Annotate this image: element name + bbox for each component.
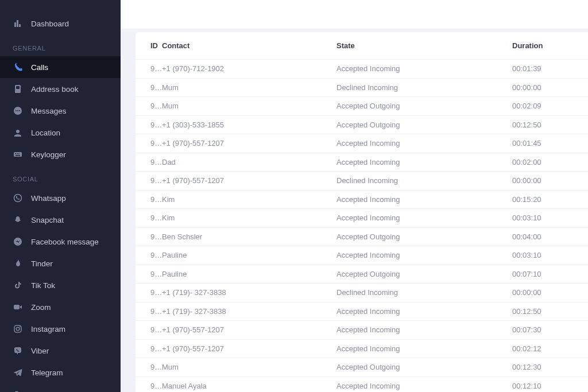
col-header-duration[interactable]: Duration <box>512 32 588 60</box>
chat-icon <box>13 106 23 116</box>
cell-state: Accepted Incoming <box>336 209 512 228</box>
table-row[interactable]: 92…MumAccepted Outgoing00:12:30 <box>136 358 588 377</box>
cell-duration: 00:02:00 <box>512 153 588 172</box>
cell-contact: Ben Schsler <box>162 227 336 246</box>
cell-id: 92… <box>136 377 162 392</box>
cell-contact: +1 (303)-533-1855 <box>162 115 336 134</box>
table-row[interactable]: 92…KimAccepted Incoming00:15:20 <box>136 190 588 209</box>
sidebar-item-keylogger[interactable]: Keylogger <box>0 143 121 165</box>
instagram-icon <box>13 324 23 334</box>
cell-contact: +1 (970)-557-1207 <box>162 321 336 340</box>
telegram-icon <box>13 367 23 378</box>
cell-duration: 00:12:50 <box>512 302 588 321</box>
calls-table: ID Contact State Duration 92…+1 (970)-71… <box>136 32 588 392</box>
cell-state: Accepted Incoming <box>336 302 512 321</box>
dashboard-icon <box>13 18 23 29</box>
cell-id: 92… <box>136 321 162 340</box>
table-row[interactable]: 92…PaulineAccepted Incoming00:03:10 <box>136 246 588 265</box>
cell-id: 92… <box>136 227 162 246</box>
sidebar-item-calls[interactable]: Calls <box>0 56 121 78</box>
sidebar-item-tiktok[interactable]: Tik Tok <box>0 274 121 296</box>
cell-duration: 00:00:00 <box>512 284 588 302</box>
col-header-id[interactable]: ID <box>136 32 162 60</box>
cell-duration: 00:07:10 <box>512 265 588 284</box>
sidebar-heading-general: GENERAL <box>0 34 121 56</box>
sidebar-item-viber[interactable]: Viber <box>0 340 121 362</box>
col-header-state[interactable]: State <box>336 32 512 60</box>
cell-id: 92… <box>136 284 162 302</box>
cell-id: 92… <box>136 302 162 321</box>
table-row[interactable]: 92…Manuel AyalaAccepted Incoming00:12:10 <box>136 377 588 392</box>
cell-state: Accepted Incoming <box>336 339 512 358</box>
sidebar-item-zoom[interactable]: Zoom <box>0 296 121 318</box>
table-row[interactable]: 92…PaulineAccepted Outgoing00:07:10 <box>136 265 588 284</box>
cell-contact: +1 (970)-712-1902 <box>162 60 336 79</box>
col-header-contact[interactable]: Contact <box>162 32 336 60</box>
sidebar-item-address-book[interactable]: Address book <box>0 78 121 100</box>
addressbook-icon <box>13 84 23 94</box>
table-row[interactable]: 92…+1 (970)-557-1207Accepted Incoming00:… <box>136 321 588 340</box>
table-row[interactable]: 92…+1 (719)- 327-3838Accepted Incoming00… <box>136 302 588 321</box>
cell-contact: Dad <box>162 153 336 172</box>
sidebar-item-location[interactable]: Location <box>0 122 121 143</box>
sidebar-item-label: Telegram <box>31 368 63 377</box>
top-bar <box>121 0 588 29</box>
table-row[interactable]: 92…KimAccepted Incoming00:03:10 <box>136 209 588 228</box>
cell-id: 92… <box>136 153 162 172</box>
cell-duration: 00:01:39 <box>512 60 588 79</box>
cell-state: Accepted Incoming <box>336 321 512 340</box>
cell-state: Accepted Incoming <box>336 246 512 265</box>
cell-id: 92… <box>136 358 162 377</box>
table-row[interactable]: 92…+1 (303)-533-1855Accepted Outgoing00:… <box>136 115 588 134</box>
table-row[interactable]: 92…Ben SchslerAccepted Outgoing00:04:00 <box>136 227 588 246</box>
cell-contact: Manuel Ayala <box>162 377 336 392</box>
table-row[interactable]: 92…+1 (970)-557-1207Accepted Incoming00:… <box>136 134 588 153</box>
cell-state: Declined Incoming <box>336 78 512 97</box>
location-icon <box>13 127 23 138</box>
table-row[interactable]: 92…DadAccepted Incoming00:02:00 <box>136 153 588 172</box>
table-row[interactable]: 92…MumDeclined Incoming00:00:00 <box>136 78 588 97</box>
table-row[interactable]: 92…+1 (970)-557-1207Accepted Incoming00:… <box>136 339 588 358</box>
sidebar-item-messages[interactable]: Messages <box>0 100 121 122</box>
cell-state: Accepted Incoming <box>336 134 512 153</box>
cell-contact: Pauline <box>162 246 336 265</box>
table-row[interactable]: 92…+1 (719)- 327-3838Declined Incoming00… <box>136 284 588 302</box>
sidebar-item-label: Tik Tok <box>31 281 55 290</box>
sidebar-item-instagram[interactable]: Instagram <box>0 318 121 340</box>
table-row[interactable]: 92…+1 (970)-712-1902Accepted Incoming00:… <box>136 60 588 79</box>
sidebar: Dashboard GENERAL Calls Address book Mes… <box>0 0 121 392</box>
cell-duration: 00:04:00 <box>512 227 588 246</box>
calls-table-card: ID Contact State Duration 92…+1 (970)-71… <box>136 32 588 392</box>
sidebar-item-label: Messages <box>31 107 67 115</box>
sidebar-item-telegram[interactable]: Telegram <box>0 362 121 383</box>
table-row[interactable]: 92…+1 (970)-557-1207Declined Incoming00:… <box>136 172 588 191</box>
cell-duration: 00:15:20 <box>512 190 588 209</box>
tiktok-icon <box>13 280 23 290</box>
table-row[interactable]: 92…MumAccepted Outgoing00:02:09 <box>136 97 588 116</box>
sidebar-item-dashboard[interactable]: Dashboard <box>0 13 121 34</box>
cell-contact: Mum <box>162 78 336 97</box>
cell-duration: 00:00:00 <box>512 78 588 97</box>
sidebar-item-label: Snapchat <box>31 216 64 224</box>
sidebar-item-tinder[interactable]: Tinder <box>0 253 121 274</box>
phone-icon <box>13 62 23 72</box>
sidebar-item-label: Calls <box>31 63 48 72</box>
cell-state: Accepted Outgoing <box>336 227 512 246</box>
cell-id: 92… <box>136 339 162 358</box>
cell-state: Accepted Incoming <box>336 377 512 392</box>
cell-state: Accepted Outgoing <box>336 358 512 377</box>
cell-state: Declined Incoming <box>336 284 512 302</box>
sidebar-item-label: Instagram <box>31 325 65 333</box>
sidebar-item-label: Viber <box>31 347 49 355</box>
tinder-icon <box>13 258 23 269</box>
sidebar-item-label: Dashboard <box>31 20 69 28</box>
cell-id: 92… <box>136 246 162 265</box>
sidebar-item-wechat[interactable]: Wechat <box>0 383 121 392</box>
sidebar-item-facebook-message[interactable]: Facebook message <box>0 231 121 253</box>
fbmessenger-icon <box>13 236 23 247</box>
cell-contact: Mum <box>162 97 336 116</box>
cell-contact: +1 (970)-557-1207 <box>162 339 336 358</box>
sidebar-item-whatsapp[interactable]: Whatsapp <box>0 187 121 209</box>
sidebar-item-snapchat[interactable]: Snapchat <box>0 209 121 231</box>
cell-contact: Kim <box>162 209 336 228</box>
